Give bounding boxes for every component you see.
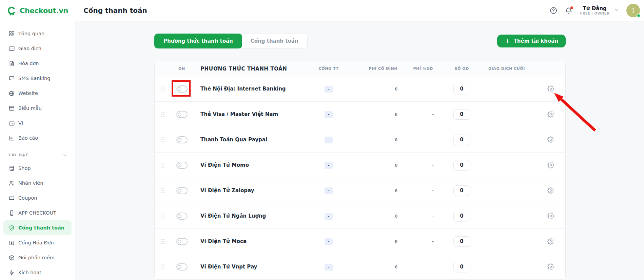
wallet-icon (8, 120, 15, 126)
grid-icon (8, 31, 15, 37)
fixed-fee-value: 0 (395, 188, 400, 193)
transaction-count-badge: 0 (453, 185, 470, 196)
gateway-badge: - (325, 111, 333, 118)
toggle-knob (178, 214, 181, 218)
sidebar-item-sms-banking[interactable]: SMS Banking (3, 71, 72, 86)
avatar[interactable]: I (626, 4, 640, 17)
settings-gear-button[interactable] (547, 85, 565, 92)
settings-gear-button[interactable] (547, 238, 565, 245)
help-button[interactable] (549, 6, 558, 15)
drag-handle[interactable] (161, 137, 165, 143)
users-icon (8, 180, 15, 186)
help-icon (549, 6, 558, 15)
settings-gear-button[interactable] (547, 213, 565, 219)
brand-name: Checkout.vn (20, 7, 68, 15)
gear-icon (547, 187, 554, 194)
fixed-fee-value: 0 (395, 214, 400, 219)
phone-icon (8, 210, 15, 216)
enable-toggle[interactable] (176, 238, 188, 245)
sidebar-item-coupon[interactable]: Coupon (3, 191, 72, 205)
percent-fee-value: - (432, 162, 435, 168)
drag-handle[interactable] (161, 213, 165, 219)
sidebar-item-goi-phan-mem[interactable]: Gói phần mềm (3, 250, 72, 265)
transaction-count-badge: 0 (453, 236, 470, 247)
drag-handle[interactable] (161, 162, 165, 168)
enable-toggle[interactable] (176, 136, 188, 143)
toggle-knob (178, 189, 181, 193)
toolbar: Phương thức thanh toánCổng thanh toán Th… (154, 34, 566, 48)
sidebar-item-vi[interactable]: Ví (3, 116, 72, 131)
table-row-thanh-toan-qua-paypal: Thanh Toán Qua Paypal-0-0 (155, 127, 565, 153)
gateway-badge: - (325, 86, 333, 93)
table-row-vi-ien-tu-moca: Ví Điện Tử Moca-0-0 (155, 229, 565, 254)
user-menu-chevron[interactable] (614, 7, 619, 14)
tab-group: Phương thức thanh toánCổng thanh toán (154, 34, 308, 48)
toggle-knob (178, 265, 181, 269)
fixed-fee-value: 0 (395, 239, 400, 244)
user-menu[interactable]: Từ Đằng FREE - OWNER (580, 5, 609, 16)
chart-icon (8, 135, 15, 141)
drag-handle[interactable] (161, 86, 165, 92)
gear-icon (547, 136, 554, 143)
settings-gear-button[interactable] (547, 162, 565, 168)
settings-gear-button[interactable] (547, 187, 565, 194)
section-label: CÀI ĐẶT (8, 153, 28, 157)
gear-icon (547, 213, 554, 219)
settings-gear-button[interactable] (547, 111, 565, 118)
package-icon (8, 255, 15, 261)
payment-method-name: Ví Điện Tử Moca (193, 238, 313, 244)
sidebar-item-tong-quan[interactable]: Tổng quan (3, 26, 72, 41)
sidebar-item-cong-hoa-on[interactable]: Cổng Hóa Đơn (3, 235, 72, 250)
drag-handle[interactable] (161, 112, 165, 117)
sidebar-item-nhan-vien[interactable]: Nhân viên (3, 176, 72, 191)
logo[interactable]: Checkout.vn (0, 0, 75, 21)
chat-icon (8, 75, 15, 82)
sidebar-item-giao-dich[interactable]: Giao dịch (3, 41, 72, 56)
enable-toggle[interactable] (176, 213, 188, 220)
drag-dots-icon (161, 162, 165, 168)
enable-toggle[interactable] (176, 85, 188, 93)
enable-toggle[interactable] (176, 263, 188, 271)
settings-gear-button[interactable] (547, 136, 565, 143)
table-header: ON PHƯƠNG THỨC THANH TOÁN CỔNG TT PHÍ CỐ… (155, 61, 565, 76)
sidebar-item-label: Nhân viên (18, 180, 43, 186)
gateway-badge: - (325, 162, 333, 169)
table-row-vi-ien-tu-momo: Ví Điện Tử Momo-0-0 (155, 153, 565, 178)
transaction-count-badge: 0 (453, 84, 470, 94)
payment-methods-table: ON PHƯƠNG THỨC THANH TOÁN CỔNG TT PHÍ CỐ… (154, 61, 566, 280)
sidebar-item-bieu-mau[interactable]: Biểu mẫu (3, 101, 72, 116)
card-icon (8, 45, 15, 52)
drag-handle[interactable] (161, 239, 165, 244)
tab-cong-thanh-toan[interactable]: Cổng thanh toán (241, 34, 308, 48)
sidebar-item-hoa-on[interactable]: Hóa đơn (3, 56, 72, 71)
tab-phuong-thuc-thanh-toan[interactable]: Phương thức thanh toán (154, 34, 242, 48)
payment-method-name: Ví Điện Tử Momo (193, 162, 313, 168)
sidebar-section-settings[interactable]: CÀI ĐẶT (0, 149, 75, 161)
enable-toggle[interactable] (176, 162, 188, 169)
enable-toggle[interactable] (176, 111, 188, 118)
fixed-fee-value: 0 (395, 86, 400, 92)
drag-handle[interactable] (161, 264, 165, 270)
notifications-button[interactable] (565, 6, 573, 15)
drag-handle[interactable] (161, 188, 165, 194)
sidebar-item-label: Gói phần mềm (18, 255, 55, 260)
sidebar-item-website[interactable]: Website (3, 86, 72, 101)
sidebar-item-app-checkout[interactable]: APP CHECKOUT (3, 205, 72, 220)
toggle-knob (178, 138, 181, 142)
transaction-count-badge: 0 (453, 135, 470, 145)
percent-fee-value: - (432, 137, 435, 142)
sidebar-item-kich-hoat[interactable]: Kích hoạt (3, 265, 72, 280)
add-account-button[interactable]: Thêm tài khoản (497, 35, 566, 47)
gear-icon (547, 162, 554, 168)
sidebar-item-label: Cổng thanh toán (18, 225, 64, 231)
sidebar-item-shop[interactable]: Shop (3, 161, 72, 176)
sidebar-item-label: Cổng Hóa Đơn (18, 240, 54, 245)
percent-fee-value: - (432, 112, 435, 117)
sidebar-item-cong-thanh-toan[interactable]: Cổng thanh toán (3, 220, 72, 235)
sidebar-item-label: Tổng quan (18, 31, 44, 36)
enable-toggle[interactable] (176, 187, 188, 194)
sidebar-item-bao-cao[interactable]: Báo cáo (3, 131, 72, 145)
percent-fee-value: - (432, 188, 435, 193)
drag-dots-icon (161, 213, 165, 219)
settings-gear-button[interactable] (547, 263, 565, 270)
